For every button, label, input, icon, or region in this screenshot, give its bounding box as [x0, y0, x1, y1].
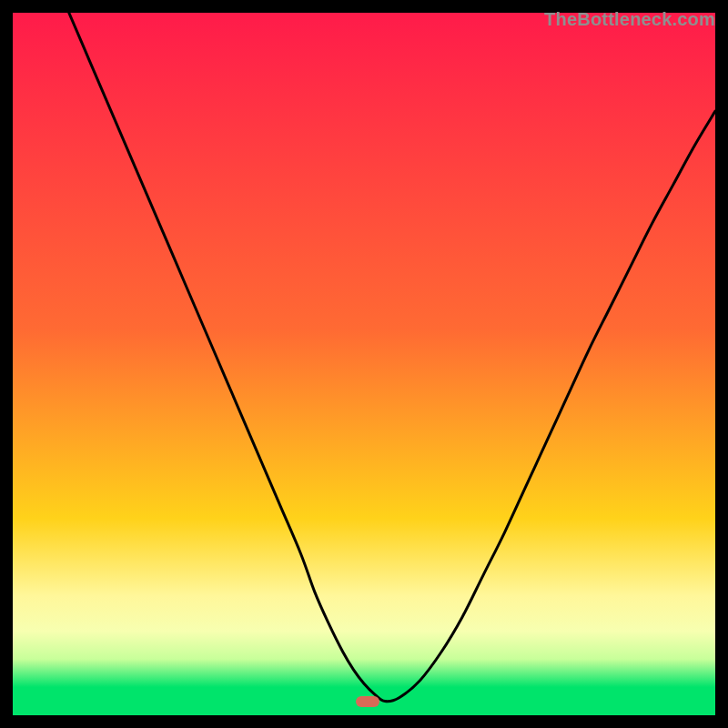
bottleneck-plot — [13, 13, 715, 715]
gradient-background — [13, 13, 715, 715]
chart-frame — [13, 13, 715, 715]
credit-label: TheBottleneck.com — [544, 9, 715, 30]
optimal-point-marker — [356, 696, 379, 707]
